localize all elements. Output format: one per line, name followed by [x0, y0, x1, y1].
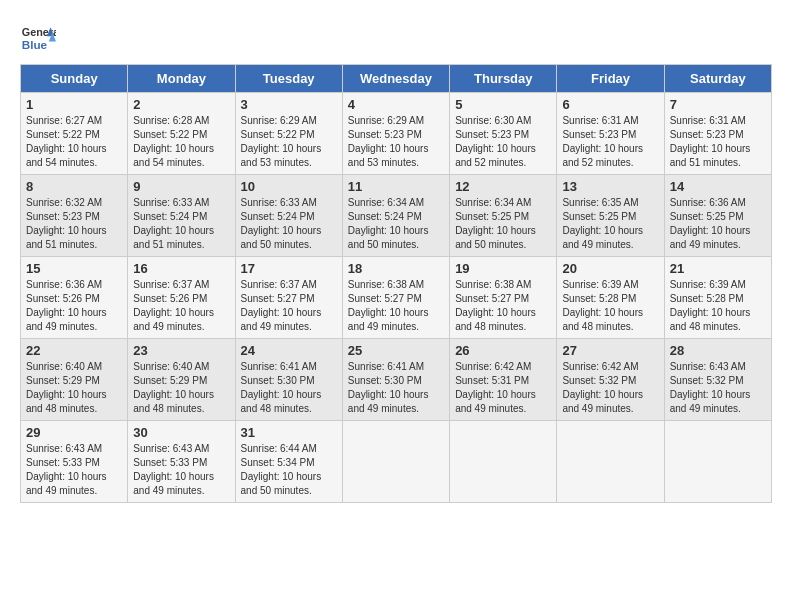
- day-number: 31: [241, 425, 337, 440]
- calendar-cell: [664, 421, 771, 503]
- calendar-cell: 22 Sunrise: 6:40 AMSunset: 5:29 PMDaylig…: [21, 339, 128, 421]
- day-number: 24: [241, 343, 337, 358]
- logo-area: General Blue: [20, 20, 60, 56]
- day-number: 26: [455, 343, 551, 358]
- calendar-cell: 20 Sunrise: 6:39 AMSunset: 5:28 PMDaylig…: [557, 257, 664, 339]
- day-number: 29: [26, 425, 122, 440]
- calendar-cell: 29 Sunrise: 6:43 AMSunset: 5:33 PMDaylig…: [21, 421, 128, 503]
- day-info: Sunrise: 6:31 AMSunset: 5:23 PMDaylight:…: [562, 115, 643, 168]
- day-info: Sunrise: 6:33 AMSunset: 5:24 PMDaylight:…: [133, 197, 214, 250]
- day-number: 25: [348, 343, 444, 358]
- calendar-cell: 3 Sunrise: 6:29 AMSunset: 5:22 PMDayligh…: [235, 93, 342, 175]
- calendar-cell: 8 Sunrise: 6:32 AMSunset: 5:23 PMDayligh…: [21, 175, 128, 257]
- calendar-cell: 12 Sunrise: 6:34 AMSunset: 5:25 PMDaylig…: [450, 175, 557, 257]
- day-info: Sunrise: 6:29 AMSunset: 5:22 PMDaylight:…: [241, 115, 322, 168]
- col-header-saturday: Saturday: [664, 65, 771, 93]
- day-info: Sunrise: 6:31 AMSunset: 5:23 PMDaylight:…: [670, 115, 751, 168]
- day-info: Sunrise: 6:32 AMSunset: 5:23 PMDaylight:…: [26, 197, 107, 250]
- day-number: 4: [348, 97, 444, 112]
- day-info: Sunrise: 6:34 AMSunset: 5:25 PMDaylight:…: [455, 197, 536, 250]
- calendar-cell: 28 Sunrise: 6:43 AMSunset: 5:32 PMDaylig…: [664, 339, 771, 421]
- day-number: 8: [26, 179, 122, 194]
- page-header: General Blue: [20, 20, 772, 56]
- calendar-cell: 5 Sunrise: 6:30 AMSunset: 5:23 PMDayligh…: [450, 93, 557, 175]
- calendar-cell: 23 Sunrise: 6:40 AMSunset: 5:29 PMDaylig…: [128, 339, 235, 421]
- calendar-cell: 27 Sunrise: 6:42 AMSunset: 5:32 PMDaylig…: [557, 339, 664, 421]
- calendar-cell: 17 Sunrise: 6:37 AMSunset: 5:27 PMDaylig…: [235, 257, 342, 339]
- day-info: Sunrise: 6:36 AMSunset: 5:25 PMDaylight:…: [670, 197, 751, 250]
- day-info: Sunrise: 6:41 AMSunset: 5:30 PMDaylight:…: [241, 361, 322, 414]
- calendar-cell: [557, 421, 664, 503]
- calendar-cell: 16 Sunrise: 6:37 AMSunset: 5:26 PMDaylig…: [128, 257, 235, 339]
- calendar-cell: [450, 421, 557, 503]
- calendar-table: SundayMondayTuesdayWednesdayThursdayFrid…: [20, 64, 772, 503]
- calendar-cell: 30 Sunrise: 6:43 AMSunset: 5:33 PMDaylig…: [128, 421, 235, 503]
- generalblue-logo-icon: General Blue: [20, 20, 56, 56]
- svg-text:Blue: Blue: [22, 38, 48, 51]
- day-number: 19: [455, 261, 551, 276]
- day-number: 28: [670, 343, 766, 358]
- day-number: 20: [562, 261, 658, 276]
- day-number: 3: [241, 97, 337, 112]
- day-number: 23: [133, 343, 229, 358]
- calendar-cell: 19 Sunrise: 6:38 AMSunset: 5:27 PMDaylig…: [450, 257, 557, 339]
- calendar-cell: 2 Sunrise: 6:28 AMSunset: 5:22 PMDayligh…: [128, 93, 235, 175]
- day-info: Sunrise: 6:30 AMSunset: 5:23 PMDaylight:…: [455, 115, 536, 168]
- calendar-cell: 21 Sunrise: 6:39 AMSunset: 5:28 PMDaylig…: [664, 257, 771, 339]
- day-number: 6: [562, 97, 658, 112]
- day-number: 18: [348, 261, 444, 276]
- day-info: Sunrise: 6:36 AMSunset: 5:26 PMDaylight:…: [26, 279, 107, 332]
- day-info: Sunrise: 6:44 AMSunset: 5:34 PMDaylight:…: [241, 443, 322, 496]
- day-info: Sunrise: 6:35 AMSunset: 5:25 PMDaylight:…: [562, 197, 643, 250]
- day-info: Sunrise: 6:33 AMSunset: 5:24 PMDaylight:…: [241, 197, 322, 250]
- calendar-cell: 10 Sunrise: 6:33 AMSunset: 5:24 PMDaylig…: [235, 175, 342, 257]
- day-info: Sunrise: 6:43 AMSunset: 5:33 PMDaylight:…: [26, 443, 107, 496]
- day-number: 22: [26, 343, 122, 358]
- day-number: 7: [670, 97, 766, 112]
- day-info: Sunrise: 6:34 AMSunset: 5:24 PMDaylight:…: [348, 197, 429, 250]
- day-number: 1: [26, 97, 122, 112]
- day-info: Sunrise: 6:40 AMSunset: 5:29 PMDaylight:…: [133, 361, 214, 414]
- calendar-cell: 9 Sunrise: 6:33 AMSunset: 5:24 PMDayligh…: [128, 175, 235, 257]
- day-info: Sunrise: 6:42 AMSunset: 5:31 PMDaylight:…: [455, 361, 536, 414]
- col-header-thursday: Thursday: [450, 65, 557, 93]
- calendar-cell: [342, 421, 449, 503]
- day-number: 30: [133, 425, 229, 440]
- day-number: 13: [562, 179, 658, 194]
- day-number: 5: [455, 97, 551, 112]
- day-info: Sunrise: 6:37 AMSunset: 5:27 PMDaylight:…: [241, 279, 322, 332]
- day-info: Sunrise: 6:42 AMSunset: 5:32 PMDaylight:…: [562, 361, 643, 414]
- calendar-cell: 14 Sunrise: 6:36 AMSunset: 5:25 PMDaylig…: [664, 175, 771, 257]
- day-info: Sunrise: 6:27 AMSunset: 5:22 PMDaylight:…: [26, 115, 107, 168]
- day-info: Sunrise: 6:41 AMSunset: 5:30 PMDaylight:…: [348, 361, 429, 414]
- day-number: 21: [670, 261, 766, 276]
- day-number: 2: [133, 97, 229, 112]
- day-number: 10: [241, 179, 337, 194]
- day-info: Sunrise: 6:43 AMSunset: 5:32 PMDaylight:…: [670, 361, 751, 414]
- col-header-monday: Monday: [128, 65, 235, 93]
- calendar-cell: 1 Sunrise: 6:27 AMSunset: 5:22 PMDayligh…: [21, 93, 128, 175]
- day-number: 11: [348, 179, 444, 194]
- calendar-cell: 31 Sunrise: 6:44 AMSunset: 5:34 PMDaylig…: [235, 421, 342, 503]
- day-info: Sunrise: 6:37 AMSunset: 5:26 PMDaylight:…: [133, 279, 214, 332]
- calendar-cell: 15 Sunrise: 6:36 AMSunset: 5:26 PMDaylig…: [21, 257, 128, 339]
- day-info: Sunrise: 6:39 AMSunset: 5:28 PMDaylight:…: [670, 279, 751, 332]
- col-header-tuesday: Tuesday: [235, 65, 342, 93]
- day-info: Sunrise: 6:29 AMSunset: 5:23 PMDaylight:…: [348, 115, 429, 168]
- col-header-friday: Friday: [557, 65, 664, 93]
- day-number: 12: [455, 179, 551, 194]
- col-header-sunday: Sunday: [21, 65, 128, 93]
- day-info: Sunrise: 6:38 AMSunset: 5:27 PMDaylight:…: [348, 279, 429, 332]
- day-info: Sunrise: 6:39 AMSunset: 5:28 PMDaylight:…: [562, 279, 643, 332]
- calendar-cell: 4 Sunrise: 6:29 AMSunset: 5:23 PMDayligh…: [342, 93, 449, 175]
- calendar-cell: 25 Sunrise: 6:41 AMSunset: 5:30 PMDaylig…: [342, 339, 449, 421]
- calendar-cell: 6 Sunrise: 6:31 AMSunset: 5:23 PMDayligh…: [557, 93, 664, 175]
- calendar-cell: 18 Sunrise: 6:38 AMSunset: 5:27 PMDaylig…: [342, 257, 449, 339]
- day-number: 17: [241, 261, 337, 276]
- calendar-cell: 11 Sunrise: 6:34 AMSunset: 5:24 PMDaylig…: [342, 175, 449, 257]
- day-info: Sunrise: 6:43 AMSunset: 5:33 PMDaylight:…: [133, 443, 214, 496]
- day-number: 15: [26, 261, 122, 276]
- day-info: Sunrise: 6:40 AMSunset: 5:29 PMDaylight:…: [26, 361, 107, 414]
- calendar-cell: 7 Sunrise: 6:31 AMSunset: 5:23 PMDayligh…: [664, 93, 771, 175]
- calendar-cell: 26 Sunrise: 6:42 AMSunset: 5:31 PMDaylig…: [450, 339, 557, 421]
